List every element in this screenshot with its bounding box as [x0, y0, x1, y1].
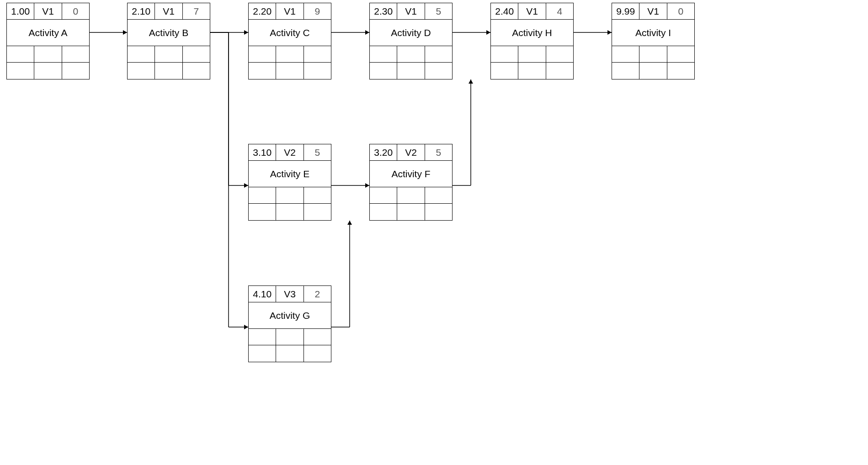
node-empty-cell — [155, 63, 182, 79]
activity-node-a: 1.00V10Activity A — [6, 3, 90, 79]
node-empty-cell — [304, 46, 331, 63]
node-empty-cell — [639, 63, 667, 79]
svg-marker-1 — [123, 30, 127, 35]
node-empty-cell — [397, 204, 425, 220]
node-id-cell: 3.10 — [249, 144, 276, 161]
node-empty-cell — [304, 329, 331, 345]
arrow-g-to-f — [331, 221, 352, 327]
node-empty-cell — [62, 63, 89, 79]
node-empty-cell — [425, 63, 452, 79]
node-duration-cell: 5 — [304, 144, 331, 161]
svg-marker-22 — [347, 221, 352, 225]
node-empty-row — [128, 46, 210, 63]
arrow-c-to-d — [331, 30, 369, 35]
node-empty-cell — [249, 187, 276, 204]
node-empty-cell — [276, 46, 304, 63]
arrow-b-to-e — [210, 32, 248, 188]
node-empty-cell — [546, 46, 573, 63]
node-empty-cell — [34, 63, 62, 79]
node-title: Activity E — [249, 161, 331, 187]
node-duration-cell: 2 — [304, 286, 331, 302]
node-version-cell: V2 — [276, 144, 304, 161]
node-empty-cell — [425, 187, 452, 204]
node-header-row: 3.10V25 — [249, 144, 331, 161]
node-title-row: Activity H — [491, 20, 573, 46]
node-empty-cell — [276, 63, 304, 79]
node-empty-cell — [491, 63, 518, 79]
node-title-row: Activity E — [249, 161, 331, 187]
node-id-cell: 9.99 — [612, 3, 639, 20]
node-empty-row — [491, 63, 573, 79]
node-empty-cell — [518, 46, 546, 63]
node-empty-cell — [370, 204, 397, 220]
node-empty-cell — [370, 63, 397, 79]
node-empty-cell — [7, 63, 34, 79]
node-title: Activity H — [491, 20, 573, 46]
svg-marker-7 — [486, 30, 490, 35]
arrow-d-to-h — [453, 30, 490, 35]
node-empty-cell — [397, 46, 425, 63]
svg-marker-3 — [244, 30, 248, 35]
arrow-h-to-i — [574, 30, 612, 35]
node-title-row: Activity B — [128, 20, 210, 46]
node-title: Activity A — [7, 20, 89, 46]
arrow-a-to-b — [90, 30, 127, 35]
node-empty-row — [370, 187, 452, 204]
node-header-row: 2.20V19 — [249, 3, 331, 20]
node-title-row: Activity A — [7, 20, 89, 46]
node-title: Activity C — [249, 20, 331, 46]
node-empty-cell — [62, 46, 89, 63]
node-title: Activity G — [249, 302, 331, 329]
arrow-f-to-h — [453, 79, 473, 185]
node-version-cell: V3 — [276, 286, 304, 302]
node-title: Activity B — [128, 20, 210, 46]
node-empty-cell — [249, 345, 276, 362]
node-version-cell: V1 — [639, 3, 667, 20]
node-empty-cell — [155, 46, 182, 63]
node-empty-row — [612, 46, 694, 63]
node-header-row: 2.40V14 — [491, 3, 573, 20]
node-empty-row — [128, 63, 210, 79]
node-title-row: Activity D — [370, 20, 452, 46]
node-title: Activity F — [370, 161, 452, 187]
node-header-row: 1.00V10 — [7, 3, 89, 20]
node-empty-row — [249, 204, 331, 220]
svg-marker-15 — [244, 183, 248, 188]
activity-node-f: 3.20V25Activity F — [369, 144, 453, 221]
node-empty-cell — [249, 46, 276, 63]
node-empty-cell — [370, 187, 397, 204]
node-version-cell: V1 — [397, 3, 425, 20]
activity-node-d: 2.30V15Activity D — [369, 3, 453, 79]
arrow-e-to-f — [331, 183, 369, 188]
node-version-cell: V1 — [34, 3, 62, 20]
node-header-row: 9.99V10 — [612, 3, 694, 20]
node-empty-row — [370, 204, 452, 220]
node-empty-cell — [276, 329, 304, 345]
node-empty-cell — [249, 204, 276, 220]
node-header-row: 3.20V25 — [370, 144, 452, 161]
svg-marker-11 — [365, 183, 369, 188]
node-duration-cell: 5 — [425, 144, 452, 161]
svg-marker-19 — [244, 325, 248, 329]
node-id-cell: 1.00 — [7, 3, 34, 20]
node-duration-cell: 4 — [546, 3, 573, 20]
node-empty-row — [249, 345, 331, 362]
node-id-cell: 2.10 — [128, 3, 155, 20]
node-empty-cell — [183, 46, 210, 63]
node-id-cell: 2.30 — [370, 3, 397, 20]
node-empty-row — [7, 63, 89, 79]
node-empty-row — [249, 329, 331, 345]
node-empty-cell — [276, 187, 304, 204]
node-title: Activity D — [370, 20, 452, 46]
node-empty-cell — [425, 46, 452, 63]
node-empty-cell — [639, 46, 667, 63]
node-header-row: 4.10V32 — [249, 286, 331, 302]
svg-marker-9 — [607, 30, 612, 35]
activity-node-g: 4.10V32Activity G — [248, 285, 331, 362]
activity-node-h: 2.40V14Activity H — [490, 3, 574, 79]
activity-node-c: 2.20V19Activity C — [248, 3, 331, 79]
node-duration-cell: 5 — [425, 3, 452, 20]
activity-node-i: 9.99V10Activity I — [612, 3, 695, 79]
diagram-canvas: 1.00V10Activity A2.10V17Activity B2.20V1… — [0, 0, 868, 465]
node-empty-cell — [612, 46, 639, 63]
